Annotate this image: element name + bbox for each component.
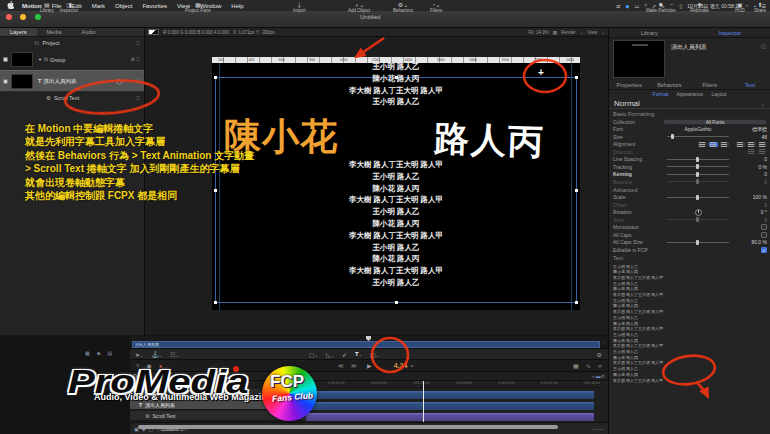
behaviors-button[interactable]: ⚙⌄Behaviors (393, 1, 413, 14)
camera-icon[interactable]: ⏍ (136, 40, 140, 47)
anchor-tool[interactable]: ⚓⌄ (151, 351, 162, 358)
justify-center-button[interactable] (747, 142, 756, 147)
justify-full-button[interactable] (758, 142, 767, 147)
text-content-list[interactable]: 王小明 路人乙陳小花 路人丙李大樹 路人丁王大明 路人甲王小明 路人乙陳小花 路… (613, 264, 767, 384)
tab-media[interactable]: Media (37, 28, 72, 36)
camera-icon[interactable]: ⏍ (136, 78, 140, 85)
project-pane-button[interactable]: ▦Project Pane (185, 1, 211, 14)
camera-icon[interactable]: ⏍ (136, 95, 140, 102)
timeline-ruler[interactable]: 0:00:02:000:00:04:000:00:06:000:00:08:00… (328, 381, 600, 388)
subtab-format[interactable]: Format (653, 91, 669, 97)
minimize-window-button[interactable] (20, 14, 26, 20)
subtab-layout[interactable]: Layout (711, 91, 726, 97)
selection-handle[interactable] (214, 76, 217, 79)
camera-icon[interactable]: ≣ ⏍ (131, 56, 140, 63)
mini-timeline-options-icon[interactable]: ⁞ (604, 340, 605, 346)
baseline-slider[interactable] (667, 181, 729, 182)
loop-playback-icon[interactable]: ∞ (598, 363, 602, 369)
align-right-button[interactable] (720, 142, 729, 147)
view-dropdown[interactable]: View (588, 30, 598, 35)
tab-audio[interactable]: Audio (72, 28, 106, 36)
tab-filters[interactable]: Filters (690, 82, 730, 88)
tab-text[interactable]: Text (730, 82, 770, 88)
mask-tool[interactable]: ◧⌄ (370, 351, 379, 358)
tracking-slider[interactable] (667, 166, 729, 167)
menu-item[interactable]: Favorites (142, 3, 167, 9)
kerning-value[interactable]: 0 (733, 171, 767, 177)
battery-icon[interactable]: ▯ (680, 3, 683, 9)
filters-button[interactable]: ◔⌄Filters (430, 1, 442, 14)
rotation-value[interactable]: 0 ° (733, 209, 767, 215)
rotation-dial[interactable] (695, 209, 702, 216)
display-icon[interactable]: ▭ (634, 3, 639, 9)
selection-handle[interactable] (395, 301, 398, 304)
direction-horizontal-button[interactable] (747, 149, 756, 154)
tab-inspector[interactable]: Inspector (690, 30, 770, 36)
plugin-icon[interactable]: ⇄ (616, 3, 620, 9)
selection-handle[interactable] (395, 76, 398, 79)
library-toggle-button[interactable]: ▤Library (40, 1, 54, 14)
info-icon[interactable]: ⓘ (761, 43, 766, 49)
layer-row-text-selected[interactable]: T 演出人員列表 ◯ ⏍ (0, 70, 144, 92)
tab-properties[interactable]: Properties (609, 82, 649, 88)
timeline-bar-group[interactable] (306, 391, 594, 399)
timeline-scrollbar[interactable] (138, 425, 558, 429)
align-center-button[interactable] (709, 142, 718, 147)
rectangle-tool[interactable]: ▢⌄ (309, 351, 318, 358)
monospace-checkbox[interactable] (761, 224, 767, 230)
tab-layers[interactable]: Layers (0, 28, 37, 36)
layer-row-group[interactable]: ▼ ⧉ Group ≣ ⏍ (0, 49, 144, 70)
scale-value[interactable]: 100 % (733, 194, 767, 200)
menu-item[interactable]: Help (231, 3, 243, 9)
delete-icon[interactable]: ▤ (108, 350, 113, 356)
next-frame-button[interactable]: ≫ (351, 362, 357, 369)
tracking-value[interactable]: 0 % (733, 164, 767, 170)
tab-behaviors[interactable]: Behaviors (649, 82, 689, 88)
grid-icon[interactable]: ▦ (553, 30, 557, 35)
zoom-window-button[interactable] (35, 14, 41, 20)
selection-handle[interactable] (214, 301, 217, 304)
all-caps-checkbox[interactable] (761, 232, 767, 238)
blend-mode-value[interactable]: Normal (614, 99, 640, 108)
select-tool[interactable]: ➤⌄ (135, 351, 143, 358)
subtab-appearance[interactable]: Appearance (676, 91, 703, 97)
timecode-display[interactable]: 4.24 (394, 362, 408, 369)
close-window-button[interactable] (6, 14, 12, 20)
menu-item[interactable]: Mark (92, 3, 105, 9)
timeline-zoom-slider[interactable]: —◦— (592, 426, 604, 432)
offset-value[interactable]: 0 (733, 202, 767, 208)
spotlight-icon[interactable]: ⌕ (746, 2, 749, 9)
selection-handle[interactable] (575, 76, 578, 79)
timeline-close-icon[interactable]: ✕ (601, 373, 605, 379)
hud-button[interactable]: ▣HUD (735, 1, 745, 14)
baseline-value[interactable]: 0 (733, 179, 767, 185)
play-button[interactable]: ▶ (367, 362, 372, 369)
visibility-checkbox[interactable] (3, 79, 8, 84)
overlay-toggle-icon[interactable]: ▦ (573, 362, 579, 369)
new-group-icon[interactable]: ▦ (85, 350, 90, 356)
line-spacing-slider[interactable] (667, 159, 729, 160)
inspector-toggle-button[interactable]: ◨Inspector (60, 1, 79, 14)
timeline-bar-text-layer[interactable] (306, 402, 594, 410)
replicate-button[interactable]: ❖Replicate (690, 1, 709, 14)
tab-library[interactable]: Library (609, 30, 690, 36)
justify-left-button[interactable] (736, 142, 745, 147)
all-caps-size-value[interactable]: 80.0 % (733, 239, 767, 245)
previous-frame-button[interactable]: ≪ (337, 362, 343, 369)
share-button[interactable]: ⬆Share (754, 1, 766, 14)
render-dropdown[interactable]: Render (561, 30, 576, 35)
kerning-slider[interactable] (667, 174, 729, 175)
make-particles-button[interactable]: ✸Make Particles (646, 1, 676, 14)
text-tool[interactable]: T⌄ (355, 351, 362, 357)
zoom-level-dropdown[interactable]: Fit: 14.3% (528, 30, 548, 35)
mini-timeline-clip[interactable]: 演出人員列表 (132, 341, 600, 348)
airdrop-icon[interactable]: ◆ (626, 3, 630, 9)
slant-slider[interactable] (667, 219, 729, 220)
visibility-checkbox[interactable] (3, 57, 8, 62)
timeline-playhead[interactable] (423, 381, 424, 422)
import-button[interactable]: ⭳Import (293, 1, 306, 14)
layer-row-scroll-text[interactable]: ⚙ Scroll Text ⏍ (0, 92, 144, 104)
align-left-button[interactable] (698, 142, 707, 147)
paintbrush-tool[interactable]: ✓ (342, 351, 347, 358)
tools-options-icon[interactable]: ⚙ (597, 351, 602, 358)
